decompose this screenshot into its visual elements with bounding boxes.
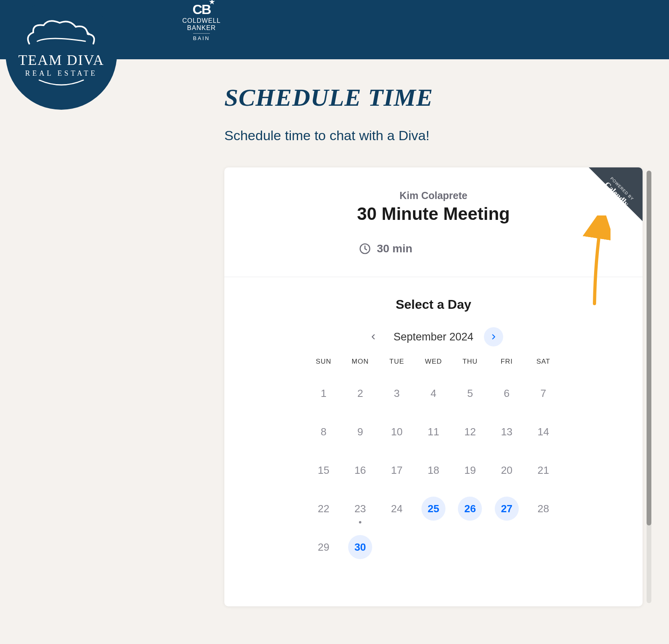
day-number: 22 <box>312 497 336 521</box>
svg-text:✦: ✦ <box>86 30 91 37</box>
day-number: 19 <box>458 458 482 482</box>
widget-header: Kim Colaprete 30 Minute Meeting 30 min P… <box>224 167 643 277</box>
dow-header: SAT <box>525 358 562 368</box>
dow-header: FRI <box>488 358 525 368</box>
day-number: 30 <box>348 535 372 559</box>
day-number: 26 <box>458 497 482 521</box>
day-number: 27 <box>495 497 519 521</box>
calendar-day-unavailable: 15 <box>305 457 342 483</box>
calendar-day-available[interactable]: 27 <box>488 495 525 522</box>
calendar-day-unavailable: 3 <box>379 380 415 407</box>
calendar-day-unavailable: 17 <box>379 457 415 483</box>
day-number: 5 <box>458 381 482 405</box>
calendar-day-unavailable: 6 <box>488 380 525 407</box>
day-number: 21 <box>531 458 555 482</box>
ribbon-big: Calendly <box>591 168 643 220</box>
calendar-day-available[interactable]: 26 <box>452 495 488 522</box>
dow-header: WED <box>415 358 451 368</box>
month-nav: September 2024 <box>248 327 619 346</box>
calendar-day-unavailable: 28 <box>525 495 562 522</box>
day-number: 29 <box>312 535 336 559</box>
day-number: 15 <box>312 458 336 482</box>
cb-line1: COLDWELL <box>179 17 224 24</box>
duration-text: 30 min <box>377 242 413 255</box>
day-number: 14 <box>531 420 555 444</box>
cb-line3: BAIN <box>193 33 210 41</box>
logo-sub-text: REAL ESTATE <box>18 70 104 77</box>
day-number: 4 <box>421 381 445 405</box>
calendar-day-unavailable: 9 <box>342 419 378 445</box>
scrollbar-track[interactable] <box>647 171 651 603</box>
day-number: 13 <box>495 420 519 444</box>
calendar-grid: SUNMONTUEWEDTHUFRISAT1234567891011121314… <box>305 358 562 560</box>
page-subtitle: Schedule time to chat with a Diva! <box>224 128 669 143</box>
calendar-body: Select a Day September 2024 SUNMONTU <box>224 277 643 572</box>
day-number: 7 <box>531 381 555 405</box>
calendar-day-unavailable: 18 <box>415 457 451 483</box>
calendar-day-unavailable: 1 <box>305 380 342 407</box>
calendar-day-unavailable: 8 <box>305 419 342 445</box>
day-number: 11 <box>421 420 445 444</box>
ribbon-small: POWERED BY <box>598 167 643 213</box>
coldwell-banker-logo[interactable]: ★ CB COLDWELL BANKER BAIN <box>179 3 224 42</box>
day-number: 18 <box>421 458 445 482</box>
calendar-day-unavailable: 22 <box>305 495 342 522</box>
calendar-day-unavailable: 4 <box>415 380 451 407</box>
calendar-day-available[interactable]: 30 <box>342 534 378 560</box>
day-number: 3 <box>385 381 409 405</box>
calendar-day-unavailable: 13 <box>488 419 525 445</box>
select-a-day-heading: Select a Day <box>248 297 619 312</box>
calendar-day-unavailable: 16 <box>342 457 378 483</box>
cb-monogram: ★ CB <box>179 3 224 16</box>
calendar-day-unavailable: 10 <box>379 419 415 445</box>
chevron-left-icon <box>370 333 377 340</box>
calendar-day-unavailable: 19 <box>452 457 488 483</box>
day-number: 10 <box>385 420 409 444</box>
dow-header: THU <box>452 358 488 368</box>
day-number: 6 <box>495 381 519 405</box>
logo-brand-text: TEAM DIVA <box>18 53 104 67</box>
day-number: 16 <box>348 458 372 482</box>
day-number: 12 <box>458 420 482 444</box>
chevron-right-icon <box>490 333 497 340</box>
cloud-icon: ✦ <box>25 20 97 48</box>
page-content: SCHEDULE TIME Schedule time to chat with… <box>0 59 669 606</box>
day-number: 20 <box>495 458 519 482</box>
day-number: 8 <box>312 420 336 444</box>
clock-icon <box>359 242 371 255</box>
calendar-day-unavailable: 2 <box>342 380 378 407</box>
calendly-widget: Kim Colaprete 30 Minute Meeting 30 min P… <box>224 167 643 606</box>
day-number: 2 <box>348 381 372 405</box>
prev-month-button[interactable] <box>364 327 383 346</box>
calendar-day-unavailable: 12 <box>452 419 488 445</box>
calendar-day-unavailable: 7 <box>525 380 562 407</box>
day-number: 28 <box>531 497 555 521</box>
day-number: 23 <box>348 497 372 521</box>
smile-arc-icon <box>37 79 85 87</box>
calendar-day-available[interactable]: 25 <box>415 495 451 522</box>
calendar-day-unavailable: 11 <box>415 419 451 445</box>
calendar-day-unavailable: 24 <box>379 495 415 522</box>
annotation-arrow-icon <box>582 215 611 308</box>
dow-header: TUE <box>379 358 415 368</box>
calendar-day-unavailable: 29 <box>305 534 342 560</box>
calendar-day-unavailable: 20 <box>488 457 525 483</box>
calendar-day-unavailable: 14 <box>525 419 562 445</box>
day-number: 17 <box>385 458 409 482</box>
next-month-button[interactable] <box>484 327 503 346</box>
calendar-day-unavailable: 5 <box>452 380 488 407</box>
month-label: September 2024 <box>393 331 474 343</box>
meeting-duration: 30 min <box>359 242 413 255</box>
dow-header: MON <box>342 358 378 368</box>
dow-header: SUN <box>305 358 342 368</box>
page-title: SCHEDULE TIME <box>224 83 669 112</box>
day-number: 24 <box>385 497 409 521</box>
calendar-day-unavailable: 23 <box>342 495 378 522</box>
day-number: 25 <box>421 497 445 521</box>
calendar-day-unavailable: 21 <box>525 457 562 483</box>
scrollbar-thumb[interactable] <box>647 171 651 525</box>
team-diva-logo[interactable]: ✦ TEAM DIVA REAL ESTATE <box>6 0 117 110</box>
top-nav-bar: ✦ TEAM DIVA REAL ESTATE ★ CB COLDWELL BA… <box>0 0 669 59</box>
day-number: 9 <box>348 420 372 444</box>
cb-line2: BANKER <box>179 24 224 32</box>
